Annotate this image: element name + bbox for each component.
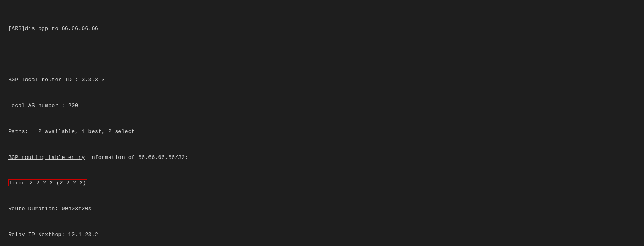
entry1-from: From: 2.2.2.2 (2.2.2.2) (8, 179, 636, 188)
entry1-route-duration: Route Duration: 00h03m20s (8, 205, 636, 214)
entry1-header-underline: BGP routing table entry (8, 154, 85, 161)
entry1-header-suffix: information of 66.66.66.66/32: (85, 154, 188, 161)
entry1-from-box: From: 2.2.2.2 (2.2.2.2) (8, 179, 87, 186)
prompt-line: [AR3]dis bgp ro 66.66.66.66 (8, 25, 636, 33)
entry1-header: BGP routing table entry information of 6… (8, 154, 636, 162)
paths: Paths: 2 available, 1 best, 2 select (8, 128, 636, 136)
bgp-router-id: BGP local router ID : 3.3.3.3 (8, 76, 636, 85)
terminal-output: [AR3]dis bgp ro 66.66.66.66 BGP local ro… (8, 7, 636, 246)
local-as: Local AS number : 200 (8, 102, 636, 110)
entry1-relay-nexthop: Relay IP Nexthop: 10.1.23.2 (8, 231, 636, 239)
